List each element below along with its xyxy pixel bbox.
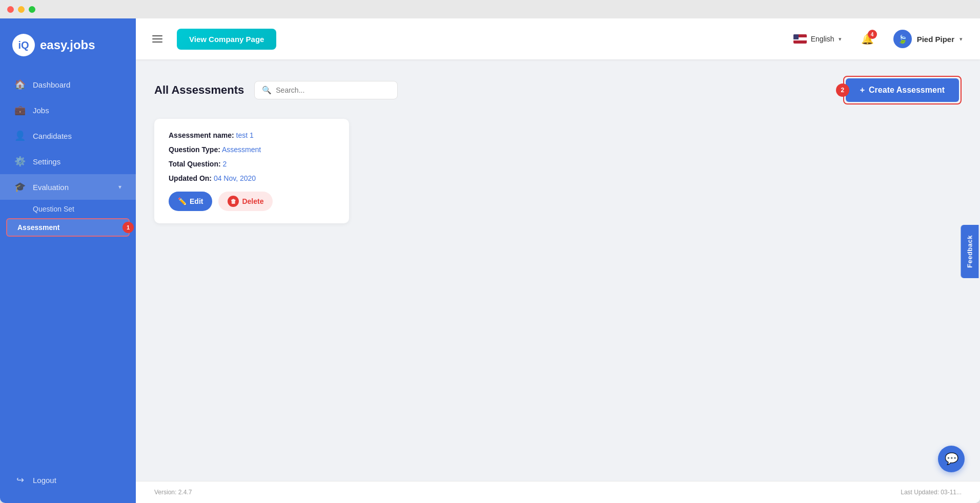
language-label: English [811, 35, 834, 43]
sidebar-item-candidates[interactable]: 👤 Candidates [0, 123, 136, 149]
logo-icon: iQ [12, 34, 35, 56]
sidebar-item-label: Candidates [33, 132, 72, 140]
avatar: 🍃 [893, 30, 912, 48]
assessment-name-value: test 1 [236, 131, 254, 139]
page-header-left: All Assessments 🔍 [154, 81, 398, 99]
question-type-row: Question Type: Assessment [169, 145, 335, 154]
updated-on-label: Updated On: [169, 174, 212, 182]
version-label: Version: 2.4.7 [154, 489, 192, 496]
updated-on-value: 04 Nov, 2020 [214, 174, 256, 182]
create-btn-highlight: + Create Assessment [843, 76, 962, 104]
settings-icon: ⚙️ [14, 156, 26, 167]
sidebar-item-evaluation[interactable]: 🎓 Evaluation ▾ [0, 174, 136, 200]
assessment-name-row: Assessment name: test 1 [169, 131, 335, 139]
updated-on-row: Updated On: 04 Nov, 2020 [169, 174, 335, 182]
card-actions: ✏️ Edit 🗑 Delete [169, 192, 335, 211]
chevron-down-icon: ▾ [839, 36, 842, 43]
question-type-label: Question Type: [169, 145, 220, 154]
sidebar-item-label: Evaluation [33, 183, 69, 192]
candidates-icon: 👤 [14, 130, 26, 141]
minimize-btn[interactable] [18, 6, 25, 13]
page-header: All Assessments 🔍 + Create Assessment [154, 76, 962, 104]
create-assessment-button[interactable]: + Create Assessment [846, 78, 959, 102]
total-question-value: 2 [223, 160, 227, 168]
title-bar [0, 0, 980, 18]
sidebar-item-settings[interactable]: ⚙️ Settings [0, 149, 136, 174]
hamburger-button[interactable] [148, 31, 167, 47]
logo-text: easy.jobs [40, 38, 95, 52]
chevron-down-icon: ▾ [118, 183, 121, 191]
delete-button[interactable]: 🗑 Delete [218, 192, 273, 211]
last-updated-label: Last Updated: 03-11... [901, 489, 962, 496]
delete-icon: 🗑 [228, 196, 239, 207]
chevron-down-icon: ▾ [959, 36, 963, 43]
user-menu[interactable]: 🍃 Pied Piper ▾ [888, 27, 968, 51]
logout-icon: ↪ [14, 474, 26, 486]
assessment-name-label: Assessment name: [169, 131, 234, 139]
edit-icon: ✏️ [178, 197, 187, 205]
create-assessment-label: Create Assessment [869, 86, 945, 95]
edit-button[interactable]: ✏️ Edit [169, 192, 212, 211]
search-box: 🔍 [254, 81, 398, 99]
search-input[interactable] [276, 86, 390, 94]
page-title: All Assessments [154, 83, 244, 97]
hamburger-line [152, 41, 162, 43]
question-set-label: Question Set [33, 205, 74, 213]
chat-icon: 💬 [945, 452, 958, 466]
assessment-card: Assessment name: test 1 Question Type: A… [154, 119, 349, 223]
sidebar-item-jobs[interactable]: 💼 Jobs [0, 97, 136, 123]
create-step-badge: 2 [836, 83, 849, 97]
sidebar-item-assessment[interactable]: Assessment 1 [6, 218, 130, 237]
view-company-button[interactable]: View Company Page [177, 29, 276, 50]
create-assessment-wrapper: + Create Assessment 2 [843, 76, 962, 104]
assessment-step-badge: 1 [122, 222, 134, 233]
sidebar-logout-section: ↪ Logout [0, 457, 136, 493]
sidebar-item-label: Jobs [33, 106, 49, 115]
sidebar-item-label: Settings [33, 157, 60, 166]
feedback-tab[interactable]: Feedback [961, 225, 979, 278]
content-area: All Assessments 🔍 + Create Assessment [136, 59, 980, 481]
jobs-icon: 💼 [14, 104, 26, 116]
plus-icon: + [860, 86, 865, 95]
home-icon: 🏠 [14, 79, 26, 90]
edit-label: Edit [190, 197, 203, 205]
assessment-label: Assessment [17, 223, 60, 232]
notifications-badge: 4 [868, 30, 877, 39]
sidebar: iQ easy.jobs 🏠 Dashboard 💼 Jobs 👤 Candid… [0, 18, 136, 503]
evaluation-icon: 🎓 [14, 181, 26, 193]
sidebar-nav: 🏠 Dashboard 💼 Jobs 👤 Candidates ⚙️ Setti… [0, 72, 136, 493]
hamburger-line [152, 35, 162, 36]
chat-button[interactable]: 💬 [938, 446, 965, 472]
question-type-value: Assessment [222, 145, 261, 154]
language-selector[interactable]: English ▾ [788, 31, 847, 47]
search-icon: 🔍 [262, 86, 272, 95]
hamburger-line [152, 38, 162, 39]
maximize-btn[interactable] [29, 6, 35, 13]
total-question-label: Total Question: [169, 160, 221, 168]
main-area: View Company Page English ▾ 🔔 4 🍃 Pied P… [136, 18, 980, 503]
sidebar-item-question-set[interactable]: Question Set [0, 200, 136, 218]
total-question-row: Total Question: 2 [169, 160, 335, 168]
sidebar-item-dashboard[interactable]: 🏠 Dashboard [0, 72, 136, 97]
feedback-label: Feedback [966, 235, 974, 268]
flag-icon [793, 34, 807, 44]
sidebar-item-logout[interactable]: ↪ Logout [0, 467, 136, 493]
footer: Version: 2.4.7 Last Updated: 03-11... [136, 481, 980, 503]
sidebar-logo: iQ easy.jobs [0, 29, 136, 72]
notifications-button[interactable]: 🔔 4 [857, 29, 878, 49]
topbar: View Company Page English ▾ 🔔 4 🍃 Pied P… [136, 18, 980, 59]
delete-label: Delete [242, 197, 263, 205]
logout-label: Logout [33, 476, 56, 485]
close-btn[interactable] [7, 6, 14, 13]
sidebar-item-label: Dashboard [33, 80, 70, 89]
user-name: Pied Piper [917, 35, 954, 44]
